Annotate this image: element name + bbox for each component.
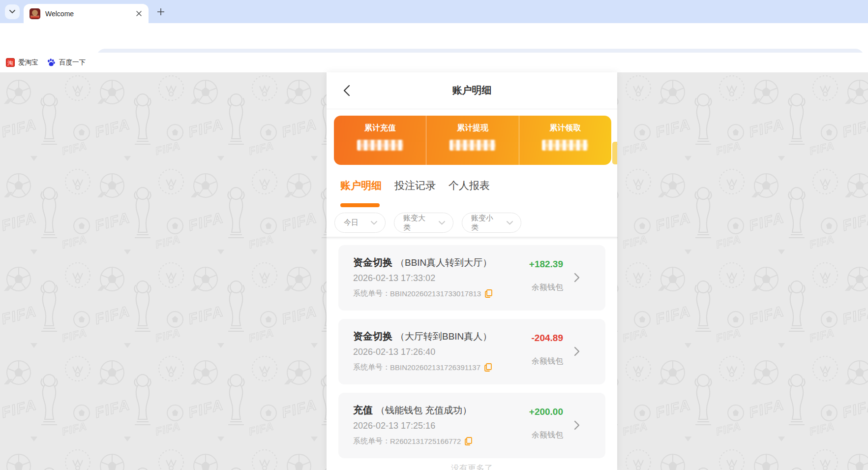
browser-tab-welcome[interactable]: Welcome bbox=[24, 4, 149, 23]
transaction-wallet: 余额钱包 bbox=[532, 430, 563, 440]
transaction-order: 系统单号： BBIN202602131733017813 bbox=[353, 289, 492, 298]
transaction-row[interactable]: 资金切换（BBIN真人转到大厅） 2026-02-13 17:33:02 系统单… bbox=[338, 245, 605, 311]
transaction-title: 充值（钱能钱包 充值成功） bbox=[353, 404, 472, 417]
order-number: BBIN202602131726391137 bbox=[390, 363, 480, 372]
filter-label: 账变大类 bbox=[403, 214, 431, 232]
stat-value-masked bbox=[542, 140, 588, 151]
transaction-title: 资金切换（大厅转到BBIN真人） bbox=[353, 330, 492, 343]
chevron-down-icon bbox=[507, 221, 513, 225]
tab-personal-report[interactable]: 个人报表 bbox=[449, 179, 490, 192]
transaction-row[interactable]: 充值（钱能钱包 充值成功） 2026-02-13 17:25:16 系统单号： … bbox=[338, 393, 605, 458]
bookmark-baidu[interactable]: 百度一下 bbox=[47, 56, 86, 69]
copy-button[interactable] bbox=[484, 363, 492, 372]
transaction-datetime: 2026-02-13 17:25:16 bbox=[353, 421, 435, 431]
copy-button[interactable] bbox=[485, 289, 492, 298]
panel-header: 账户明细 bbox=[327, 72, 617, 109]
new-tab-button[interactable] bbox=[154, 5, 167, 18]
transaction-amount: +182.39 bbox=[529, 259, 563, 270]
chevron-down-icon bbox=[9, 10, 15, 14]
copy-button[interactable] bbox=[465, 437, 472, 445]
transaction-order: 系统单号： BBIN202602131726391137 bbox=[353, 363, 492, 372]
chevron-right-icon bbox=[574, 420, 580, 432]
transaction-title: 资金切换（BBIN真人转到大厅） bbox=[353, 256, 492, 269]
site-favicon bbox=[30, 8, 40, 19]
chevron-right-icon bbox=[574, 273, 580, 284]
stat-value-masked bbox=[357, 140, 403, 151]
order-label: 系统单号： bbox=[353, 437, 390, 446]
tab-bet-records[interactable]: 投注记录 bbox=[394, 179, 436, 192]
transaction-row[interactable]: 资金切换（大厅转到BBIN真人） 2026-02-13 17:26:40 系统单… bbox=[338, 319, 605, 384]
section-tabs: 账户明细 投注记录 个人报表 bbox=[340, 174, 503, 197]
filter-minor-category-dropdown[interactable]: 账变小类 bbox=[462, 213, 521, 233]
transaction-amount: -204.89 bbox=[532, 333, 563, 344]
transaction-detail: （BBIN真人转到大厅） bbox=[395, 257, 492, 268]
copy-icon bbox=[465, 437, 472, 445]
bookmark-taobao[interactable]: 淘 爱淘宝 bbox=[6, 56, 38, 69]
transaction-order: 系统单号： R2602131725166772 bbox=[353, 437, 472, 446]
stat-value-masked bbox=[449, 140, 496, 151]
bookmarks-bar: 淘 爱淘宝 百度一下 bbox=[0, 53, 868, 72]
transaction-wallet: 余额钱包 bbox=[532, 356, 563, 367]
page-title: 账户明细 bbox=[327, 84, 617, 97]
filter-major-category-dropdown[interactable]: 账变大类 bbox=[394, 213, 453, 233]
stat-label: 累计领取 bbox=[519, 123, 611, 133]
browser-tab-strip: Welcome bbox=[0, 0, 868, 23]
order-label: 系统单号： bbox=[353, 289, 390, 298]
stat-total-deposit: 累计充值 bbox=[334, 116, 426, 165]
baidu-paw-icon bbox=[47, 58, 56, 67]
transaction-type: 充值 bbox=[353, 405, 373, 415]
list-end-text: 没有更多了 bbox=[327, 463, 617, 470]
order-label: 系统单号： bbox=[353, 363, 390, 372]
filter-label: 今日 bbox=[344, 218, 359, 227]
order-number: R2602131725166772 bbox=[390, 437, 461, 445]
filter-row: 今日 账变大类 账变小类 bbox=[334, 213, 530, 233]
bookmark-label: 爱淘宝 bbox=[18, 58, 38, 67]
filter-date-dropdown[interactable]: 今日 bbox=[334, 213, 386, 233]
taobao-icon: 淘 bbox=[6, 58, 15, 67]
tab-search-button[interactable] bbox=[5, 4, 20, 19]
transaction-type: 资金切换 bbox=[353, 257, 392, 268]
transaction-wallet: 余额钱包 bbox=[532, 282, 563, 293]
account-detail-panel: 账户明细 累计充值 累计提现 累计领取 账户明细 投注记录 个人报表 今日 账变… bbox=[327, 72, 617, 470]
totals-stat-card[interactable]: 累计充值 累计提现 累计领取 bbox=[334, 116, 611, 165]
stat-label: 累计充值 bbox=[334, 123, 426, 133]
section-divider bbox=[327, 237, 617, 240]
transaction-type: 资金切换 bbox=[353, 331, 392, 342]
plus-icon bbox=[157, 8, 164, 15]
transaction-detail: （大厅转到BBIN真人） bbox=[395, 331, 492, 342]
transaction-datetime: 2026-02-13 17:33:02 bbox=[353, 273, 435, 283]
tab-account-detail[interactable]: 账户明细 bbox=[340, 179, 382, 192]
transaction-detail: （钱能钱包 充值成功） bbox=[376, 405, 472, 415]
filter-label: 账变小类 bbox=[471, 214, 499, 232]
stat-total-claimed: 累计领取 bbox=[519, 116, 611, 165]
copy-icon bbox=[485, 289, 492, 298]
stat-total-withdraw: 累计提现 bbox=[426, 116, 518, 165]
order-number: BBIN202602131733017813 bbox=[390, 289, 481, 298]
chevron-down-icon bbox=[439, 221, 445, 225]
stat-label: 累计提现 bbox=[426, 123, 518, 133]
chevron-down-icon bbox=[371, 221, 377, 225]
transaction-datetime: 2026-02-13 17:26:40 bbox=[353, 347, 435, 357]
copy-icon bbox=[484, 363, 492, 372]
close-icon bbox=[136, 11, 142, 16]
transaction-amount: +200.00 bbox=[529, 407, 563, 417]
carousel-next-slide-peek[interactable] bbox=[612, 142, 617, 164]
browser-toolbar: 175616.cc/reports/index?tab=0 bbox=[0, 23, 868, 53]
active-tab-underline bbox=[340, 203, 380, 207]
tab-close-button[interactable] bbox=[134, 8, 144, 18]
tab-title: Welcome bbox=[45, 10, 74, 18]
chevron-right-icon bbox=[574, 346, 580, 358]
bookmark-label: 百度一下 bbox=[59, 58, 86, 67]
